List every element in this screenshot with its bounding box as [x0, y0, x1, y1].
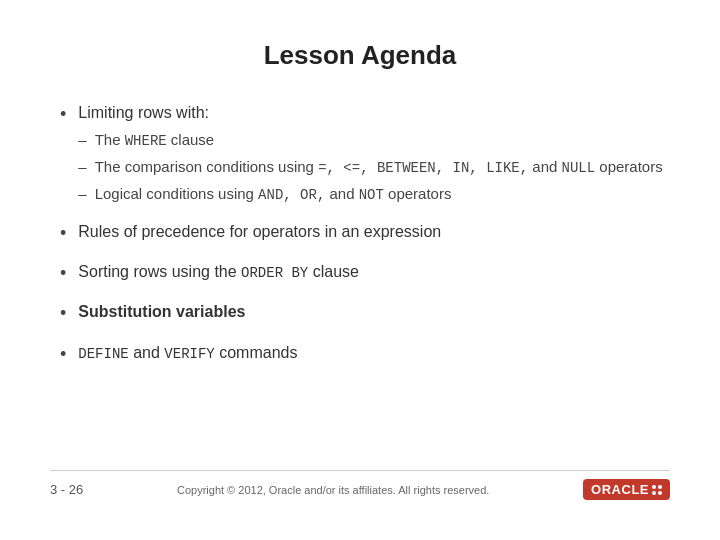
- oracle-logo-text: ORACLE: [591, 482, 649, 497]
- sub-item: – The comparison conditions using =, <=,…: [78, 156, 662, 179]
- sub-dash: –: [78, 129, 86, 152]
- bullet-text: Sorting rows using the ORDER BY clause: [78, 260, 359, 284]
- bullet-dot: •: [60, 102, 66, 127]
- content-area: • Limiting rows with: – The WHERE clause…: [50, 101, 670, 470]
- slide-title: Lesson Agenda: [50, 40, 670, 71]
- oracle-dot: [652, 491, 656, 495]
- oracle-dot-row: [652, 485, 662, 489]
- oracle-dot: [658, 485, 662, 489]
- oracle-dot: [652, 485, 656, 489]
- slide: Lesson Agenda • Limiting rows with: – Th…: [0, 0, 720, 540]
- oracle-logo-dots: [652, 485, 662, 495]
- copyright-text: Copyright © 2012, Oracle and/or its affi…: [177, 484, 489, 496]
- sub-item: – The WHERE clause: [78, 129, 662, 152]
- bullet-text: Rules of precedence for operators in an …: [78, 220, 441, 244]
- bullet-content: Limiting rows with: – The WHERE clause –…: [78, 101, 662, 206]
- sub-items: – The WHERE clause – The comparison cond…: [78, 129, 662, 206]
- bullet-text: Substitution variables: [78, 300, 245, 324]
- footer: 3 - 26 Copyright © 2012, Oracle and/or i…: [50, 470, 670, 500]
- code-ops: =, <=, BETWEEN, IN, LIKE,: [318, 160, 528, 176]
- sub-item-text: Logical conditions using AND, OR, and NO…: [95, 183, 452, 206]
- code-logic: AND, OR,: [258, 187, 325, 203]
- code-verify: VERIFY: [164, 346, 214, 362]
- code-null: NULL: [562, 160, 596, 176]
- oracle-logo: ORACLE: [583, 479, 670, 500]
- bullet-text: Limiting rows with:: [78, 104, 209, 121]
- list-item: • Substitution variables: [60, 300, 670, 326]
- bullet-text: DEFINE and VERIFY commands: [78, 341, 297, 365]
- oracle-logo-box: ORACLE: [583, 479, 670, 500]
- bullet-dot: •: [60, 261, 66, 286]
- oracle-dot: [658, 491, 662, 495]
- list-item: • Sorting rows using the ORDER BY clause: [60, 260, 670, 286]
- bullet-dot: •: [60, 301, 66, 326]
- code-not: NOT: [359, 187, 384, 203]
- list-item: • Rules of precedence for operators in a…: [60, 220, 670, 246]
- bullet-dot: •: [60, 342, 66, 367]
- sub-item-text: The comparison conditions using =, <=, B…: [95, 156, 663, 179]
- sub-dash: –: [78, 183, 86, 206]
- code-define: DEFINE: [78, 346, 128, 362]
- list-item: • DEFINE and VERIFY commands: [60, 341, 670, 367]
- bullet-dot: •: [60, 221, 66, 246]
- code-orderby: ORDER BY: [241, 265, 308, 281]
- sub-dash: –: [78, 156, 86, 179]
- list-item: • Limiting rows with: – The WHERE clause…: [60, 101, 670, 206]
- oracle-dot-row: [652, 491, 662, 495]
- sub-item: – Logical conditions using AND, OR, and …: [78, 183, 662, 206]
- page-number: 3 - 26: [50, 482, 83, 497]
- sub-item-text: The WHERE clause: [95, 129, 215, 152]
- code-where: WHERE: [125, 133, 167, 149]
